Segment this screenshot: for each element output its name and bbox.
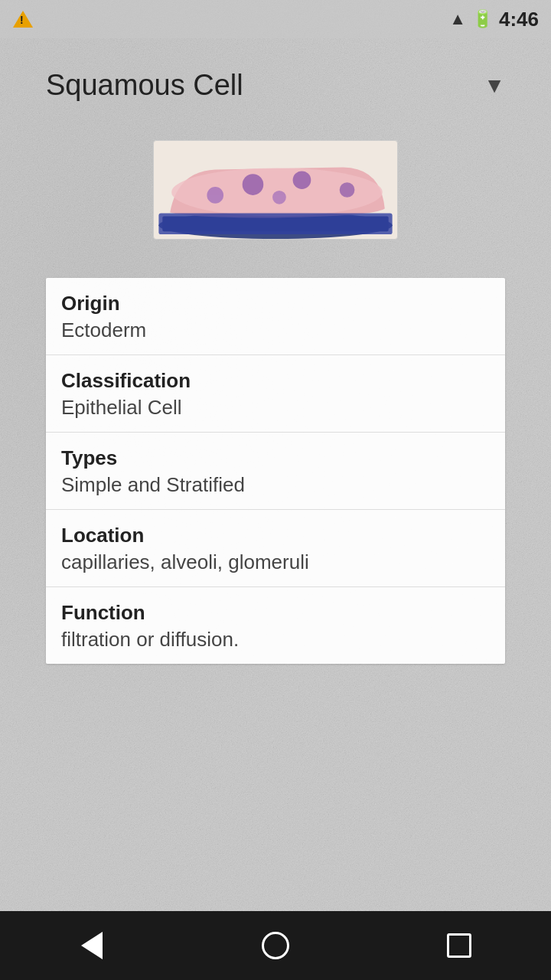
recents-icon xyxy=(447,933,471,958)
info-card-label: Function xyxy=(61,601,490,625)
status-bar-left xyxy=(12,8,34,30)
home-button[interactable] xyxy=(245,915,306,976)
main-content: Squamous Cell ▼ xyxy=(0,38,551,687)
status-icons: ▲ 🔋 4:46 xyxy=(449,8,539,31)
svg-point-3 xyxy=(243,174,264,195)
info-card-label: Classification xyxy=(61,369,490,393)
svg-point-4 xyxy=(293,171,311,189)
info-card: OriginEctoderm xyxy=(46,278,505,355)
info-card-value: capillaries, alveoli, glomeruli xyxy=(61,550,490,574)
svg-point-6 xyxy=(207,187,223,204)
info-card-value: Simple and Stratified xyxy=(61,473,490,497)
chevron-down-icon: ▼ xyxy=(484,74,505,98)
cell-image-container xyxy=(46,140,505,240)
info-cards-container: OriginEctodermClassificationEpithelial C… xyxy=(46,278,505,664)
info-card-value: Epithelial Cell xyxy=(61,396,490,420)
battery-icon: 🔋 xyxy=(472,9,493,29)
home-icon xyxy=(262,932,289,959)
info-card: Locationcapillaries, alveoli, glomeruli xyxy=(46,510,505,587)
svg-rect-8 xyxy=(158,214,392,235)
info-card: ClassificationEpithelial Cell xyxy=(46,355,505,433)
info-card-label: Origin xyxy=(61,292,490,315)
cell-illustration xyxy=(153,140,398,240)
svg-point-5 xyxy=(340,182,355,198)
status-time: 4:46 xyxy=(499,8,539,31)
info-card-value: filtration or diffusion. xyxy=(61,628,490,652)
info-card-value: Ectoderm xyxy=(61,318,490,342)
recents-button[interactable] xyxy=(429,915,490,976)
info-card: TypesSimple and Stratified xyxy=(46,433,505,510)
dropdown-title: Squamous Cell xyxy=(46,69,243,102)
status-bar: ▲ 🔋 4:46 xyxy=(0,0,551,38)
info-card-label: Types xyxy=(61,446,490,470)
warning-icon xyxy=(12,8,34,30)
back-button[interactable] xyxy=(61,915,122,976)
info-card: Functionfiltration or diffusion. xyxy=(46,587,505,664)
cell-type-dropdown[interactable]: Squamous Cell ▼ xyxy=(46,61,505,109)
back-icon xyxy=(81,932,103,959)
nav-bar xyxy=(0,911,551,980)
info-card-label: Location xyxy=(61,524,490,547)
svg-point-7 xyxy=(272,191,286,204)
signal-icon: ▲ xyxy=(449,9,466,29)
